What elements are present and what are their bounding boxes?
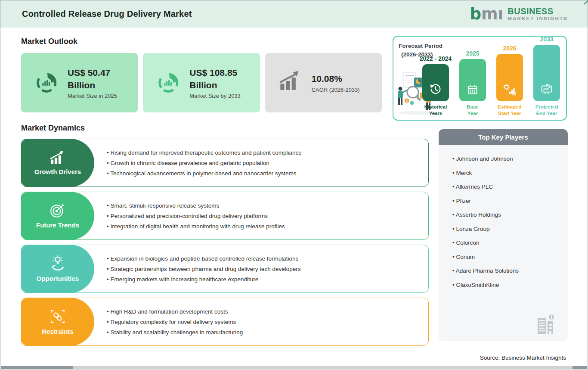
logo-market-insights: MARKET INSIGHTS	[508, 16, 568, 21]
stat-card: US$ 108.85 Billion Market Size by 2033	[143, 53, 260, 112]
donut-chart-icon	[156, 70, 181, 95]
projection-icon	[540, 83, 553, 97]
svg-text:$: $	[406, 99, 408, 103]
page-title: Controlled Release Drug Delivery Market	[22, 9, 192, 19]
dynamics-bullet: Rising demand for improved therapeutic o…	[107, 149, 428, 156]
forecast-bar-label: BaseYear	[467, 104, 479, 117]
dynamics-bullets: Rising demand for improved therapeutic o…	[94, 139, 428, 187]
dynamics-row-future-trends: Future Trends Smart, stimuli-responsive …	[21, 192, 429, 240]
target-icon	[50, 203, 66, 218]
stat-value-line1: US$ 50.47	[68, 66, 117, 79]
dynamics-bullet: Strategic partnerships between pharma an…	[107, 266, 428, 272]
forecast-bar-year: 2025	[466, 50, 479, 57]
key-player-item: Alkermes PLC	[452, 183, 563, 190]
dynamics-bullets: High R&D and formulation development cos…	[94, 298, 428, 345]
dynamics-bullet: Growth in chronic disease prevalence and…	[107, 160, 428, 166]
forecast-bars: 2022 - 2024 HistoricalYears 2025 BaseYea…	[420, 36, 563, 117]
forecast-bar: 2026 EstimatedStart Year	[494, 45, 526, 117]
stat-value-line1: US$ 108.85	[189, 66, 241, 79]
key-player-item: Johnson and Johnson	[452, 155, 563, 162]
building-icon	[536, 314, 556, 336]
dynamics-bullet: High R&D and formulation development cos…	[107, 308, 428, 315]
dynamics-badge: Growth Drivers	[21, 139, 94, 187]
key-player-item: GlaxoSmithKline	[452, 282, 563, 288]
dynamics-bullet: Personalized and precision-controlled dr…	[107, 213, 428, 219]
forecast-bar: 2025 BaseYear	[457, 50, 489, 117]
dynamics-bullet: Stability and scalability challenges in …	[107, 329, 428, 336]
scrollbar-corner	[573, 366, 587, 369]
dynamics-badge-label: Opportunities	[37, 275, 79, 282]
dynamics-bullets: Expansion in biologics and peptide-based…	[94, 245, 428, 292]
stat-card: 10.08% CAGR (2026-2033)	[265, 53, 382, 112]
forecast-bar-year: 2026	[503, 45, 516, 52]
top-key-players-panel: Top Key Players Johnson and JohnsonMerck…	[439, 129, 568, 341]
key-player-item: Merck	[452, 170, 563, 176]
dynamics-bullet: Emerging markets with increasing healthc…	[107, 276, 428, 283]
forecast-bar: 2022 - 2024 HistoricalYears	[420, 55, 452, 117]
dynamics-bullet: Expansion in biologics and peptide-based…	[107, 255, 428, 262]
dynamics-row-opportunities: Opportunities Expansion in biologics and…	[21, 245, 429, 293]
horizontal-scrollbar-thumb[interactable]	[1, 366, 73, 369]
forecast-bar-label: EstimatedStart Year	[498, 104, 522, 117]
dynamics-badge-label: Growth Drivers	[34, 168, 81, 175]
key-player-item: Pfizer	[452, 198, 563, 204]
forecast-bar-year: 2022 - 2024	[420, 55, 452, 62]
dynamics-row-restraints: Restraints High R&D and formulation deve…	[21, 298, 429, 346]
chain-link-icon	[50, 308, 66, 325]
donut-chart-icon	[34, 70, 59, 95]
forecast-bar-year: 2033	[540, 36, 553, 43]
dynamics-bullet: Smart, stimuli-responsive release system…	[107, 202, 428, 209]
bmi-logo-mark: bmı	[470, 7, 504, 22]
dynamics-bullet: Technological advancements in polymer-ba…	[107, 170, 428, 177]
key-player-item: Colorcon	[452, 239, 563, 246]
logo-text: BUSINESS MARKET INSIGHTS	[508, 7, 568, 21]
dynamics-badge-label: Restraints	[42, 328, 73, 335]
key-player-item: Corium	[452, 254, 563, 260]
dynamics-row-growth-drivers: Growth Drivers Rising demand for improve…	[21, 139, 429, 187]
bmi-logo: bmı BUSINESS MARKET INSIGHTS	[470, 7, 568, 22]
forecast-period-card: Forecast Period (2026-2033) $	[393, 36, 567, 121]
stat-caption: CAGR (2026-2033)	[312, 87, 360, 93]
stat-cards-row: US$ 50.47 Billion Market Size in 2025 US…	[21, 53, 382, 112]
source-note: Source: Business Market Insights	[480, 354, 566, 361]
dynamics-badge: Restraints	[21, 298, 94, 346]
dynamics-bullets: Smart, stimuli-responsive release system…	[94, 192, 428, 239]
dynamics-bullet: Regulatory complexity for novel delivery…	[107, 319, 428, 325]
stat-caption: Market Size in 2025	[68, 93, 117, 99]
dynamics-badge: Future Trends	[21, 192, 94, 240]
stat-card: US$ 50.47 Billion Market Size in 2025	[21, 53, 138, 112]
infographic-page: Controlled Release Drug Delivery Market …	[0, 0, 588, 370]
dynamics-bullet: Integration of digital health and monito…	[107, 223, 428, 230]
dynamics-badge-label: Future Trends	[36, 221, 79, 229]
logo-arrow-icon	[583, 0, 588, 6]
forecast-bar-label: ProjectedEnd Year	[535, 104, 558, 117]
stat-caption: Market Size by 2033	[189, 93, 241, 99]
history-icon	[429, 83, 442, 97]
top-key-players-header: Top Key Players	[439, 129, 568, 145]
key-player-item: Lonza Group	[452, 226, 563, 232]
stat-value-line2: Billion	[189, 79, 241, 91]
header: Controlled Release Drug Delivery Market …	[0, 0, 588, 28]
key-player-item: Adare Pharma Solutions	[452, 267, 563, 274]
stat-value-line2: Billion	[68, 79, 117, 91]
dynamics-badge: Opportunities	[21, 245, 94, 293]
key-players-list: Johnson and JohnsonMerckAlkermes PLCPfiz…	[439, 145, 568, 288]
growth-bars-icon	[278, 70, 303, 95]
key-player-item: Assertio Holdings	[452, 211, 563, 218]
forecast-bar: 2033 ProjectedEnd Year	[531, 36, 563, 117]
horizontal-scrollbar[interactable]	[1, 366, 587, 369]
logo-business: BUSINESS	[508, 7, 568, 16]
stat-value-line1: 10.08%	[312, 72, 360, 85]
estimate-icon	[503, 84, 517, 97]
calendar-icon	[467, 84, 479, 97]
forecast-bar-label: HistoricalYears	[424, 104, 447, 117]
growth-chart-icon	[49, 150, 66, 165]
bulb-hand-icon	[50, 255, 66, 272]
